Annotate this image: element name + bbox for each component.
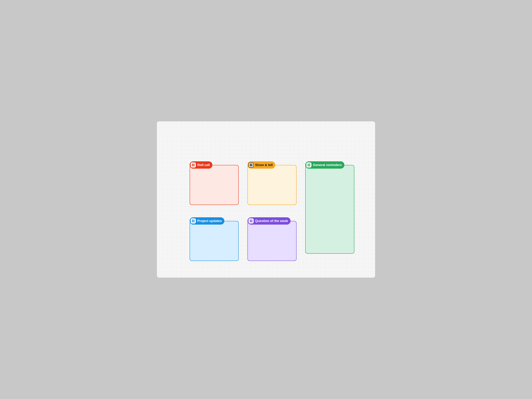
card-general-reminders[interactable]: General reminders bbox=[305, 158, 354, 261]
card-project-updates[interactable]: Project updates bbox=[190, 214, 239, 261]
show-tell-label[interactable]: Show & tell bbox=[247, 161, 275, 168]
svg-rect-2 bbox=[192, 165, 193, 166]
svg-rect-7 bbox=[251, 165, 252, 166]
cards-container: Roll call Show & tell bbox=[190, 158, 354, 261]
svg-rect-10 bbox=[308, 165, 309, 166]
svg-rect-6 bbox=[250, 165, 251, 166]
card-show-tell[interactable]: Show & tell bbox=[247, 158, 297, 205]
svg-rect-9 bbox=[309, 164, 310, 165]
question-of-week-label-text: Question of the week bbox=[255, 219, 288, 223]
roll-call-label-text: Roll call bbox=[197, 163, 210, 167]
svg-rect-3 bbox=[193, 165, 195, 166]
canvas: Roll call Show & tell bbox=[157, 121, 375, 278]
svg-rect-17 bbox=[251, 220, 252, 221]
svg-rect-8 bbox=[308, 164, 309, 165]
question-of-week-icon bbox=[248, 218, 254, 224]
general-reminders-body[interactable] bbox=[305, 165, 354, 254]
roll-call-label[interactable]: Roll call bbox=[190, 161, 212, 168]
roll-call-body[interactable] bbox=[190, 165, 239, 205]
svg-rect-19 bbox=[251, 221, 252, 222]
question-of-week-body[interactable] bbox=[247, 221, 297, 261]
svg-rect-16 bbox=[250, 220, 251, 221]
svg-rect-12 bbox=[192, 220, 193, 221]
svg-rect-15 bbox=[193, 221, 195, 222]
project-updates-label[interactable]: Project updates bbox=[190, 217, 224, 224]
project-updates-body[interactable] bbox=[190, 221, 239, 261]
general-reminders-icon bbox=[306, 162, 311, 168]
general-reminders-label[interactable]: General reminders bbox=[305, 161, 344, 168]
show-tell-body[interactable] bbox=[247, 165, 297, 205]
show-tell-label-text: Show & tell bbox=[255, 163, 273, 167]
show-tell-icon bbox=[248, 162, 254, 168]
roll-call-icon bbox=[191, 162, 196, 168]
general-reminders-label-text: General reminders bbox=[313, 163, 342, 167]
svg-rect-14 bbox=[192, 221, 193, 222]
project-updates-icon bbox=[191, 218, 196, 224]
svg-rect-5 bbox=[251, 164, 252, 165]
question-of-week-label[interactable]: Question of the week bbox=[247, 217, 291, 224]
svg-rect-4 bbox=[250, 164, 251, 165]
project-updates-label-text: Project updates bbox=[197, 219, 222, 223]
svg-rect-13 bbox=[193, 220, 195, 221]
svg-rect-1 bbox=[193, 164, 195, 165]
svg-rect-11 bbox=[309, 165, 310, 166]
svg-rect-0 bbox=[192, 164, 193, 165]
svg-rect-18 bbox=[250, 221, 251, 222]
card-roll-call[interactable]: Roll call bbox=[190, 158, 239, 205]
card-question-of-week[interactable]: Question of the week bbox=[247, 214, 297, 261]
